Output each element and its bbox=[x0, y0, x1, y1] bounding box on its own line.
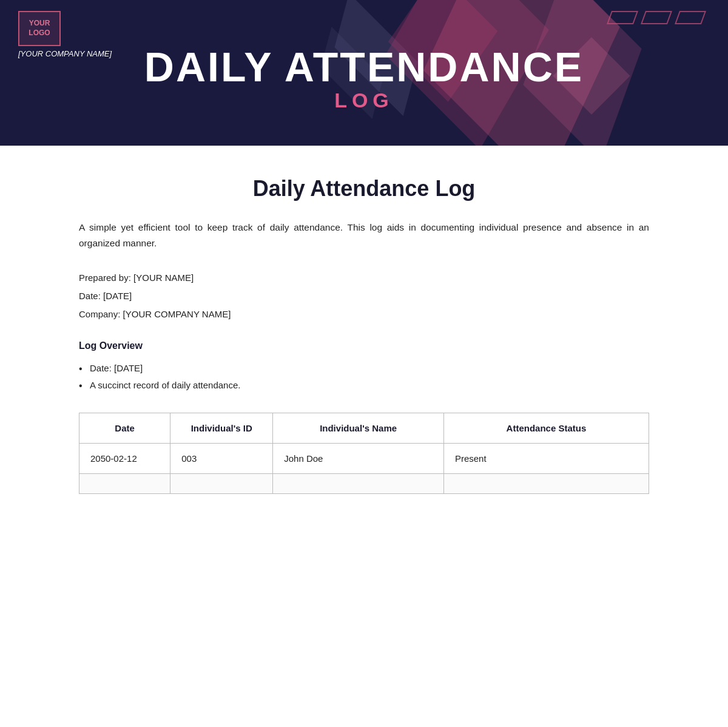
logo-box: YOUR LOGO bbox=[18, 11, 61, 46]
col-header-id: Individual's ID bbox=[170, 413, 273, 443]
diamond-1 bbox=[607, 11, 638, 24]
cell-date bbox=[79, 473, 170, 493]
main-content: Daily Attendance Log A simple yet effici… bbox=[30, 146, 698, 518]
table-row: 2050-02-12003John DoePresent bbox=[79, 443, 649, 473]
prepared-by-value: [YOUR NAME] bbox=[133, 272, 194, 283]
header-sub-title: LOG bbox=[144, 89, 584, 112]
header-main-title: DAILY ATTENDANCE bbox=[144, 46, 584, 89]
header-title-block: DAILY ATTENDANCE LOG bbox=[144, 46, 584, 112]
attendance-table: Date Individual's ID Individual's Name A… bbox=[79, 413, 649, 494]
col-header-date: Date bbox=[79, 413, 170, 443]
cell-name: John Doe bbox=[273, 443, 444, 473]
date-value: [DATE] bbox=[103, 291, 132, 301]
cell-id bbox=[170, 473, 273, 493]
col-header-name: Individual's Name bbox=[273, 413, 444, 443]
cell-status: Present bbox=[443, 443, 649, 473]
cell-status bbox=[443, 473, 649, 493]
date-line: Date: [DATE] bbox=[79, 287, 649, 305]
diamond-decorations bbox=[609, 11, 704, 24]
cell-date: 2050-02-12 bbox=[79, 443, 170, 473]
log-overview-heading: Log Overview bbox=[79, 340, 649, 351]
cell-id: 003 bbox=[170, 443, 273, 473]
list-item: A succinct record of daily attendance. bbox=[79, 377, 649, 394]
company-line: Company: [YOUR COMPANY NAME] bbox=[79, 305, 649, 323]
table-header-row: Date Individual's ID Individual's Name A… bbox=[79, 413, 649, 443]
diamond-3 bbox=[675, 11, 706, 24]
prepared-by-label: Prepared by: bbox=[79, 272, 131, 283]
meta-info: Prepared by: [YOUR NAME] Date: [DATE] Co… bbox=[79, 269, 649, 323]
cell-name bbox=[273, 473, 444, 493]
document-title: Daily Attendance Log bbox=[79, 176, 649, 201]
list-item: Date: [DATE] bbox=[79, 360, 649, 377]
page-header: YOUR LOGO [YOUR COMPANY NAME] DAILY ATTE… bbox=[0, 0, 728, 146]
col-header-status: Attendance Status bbox=[443, 413, 649, 443]
date-label: Date: bbox=[79, 291, 101, 301]
company-value: [YOUR COMPANY NAME] bbox=[123, 309, 231, 319]
diamond-2 bbox=[641, 11, 672, 24]
log-overview-list: Date: [DATE] A succinct record of daily … bbox=[79, 360, 649, 394]
logo-area: YOUR LOGO [YOUR COMPANY NAME] bbox=[18, 11, 112, 58]
table-body: 2050-02-12003John DoePresent bbox=[79, 443, 649, 493]
prepared-by-line: Prepared by: [YOUR NAME] bbox=[79, 269, 649, 287]
table-row bbox=[79, 473, 649, 493]
logo-text: YOUR LOGO bbox=[29, 19, 50, 38]
company-label: Company: bbox=[79, 309, 120, 319]
document-description: A simple yet efficient tool to keep trac… bbox=[79, 220, 649, 252]
header-company-name: [YOUR COMPANY NAME] bbox=[18, 49, 112, 58]
